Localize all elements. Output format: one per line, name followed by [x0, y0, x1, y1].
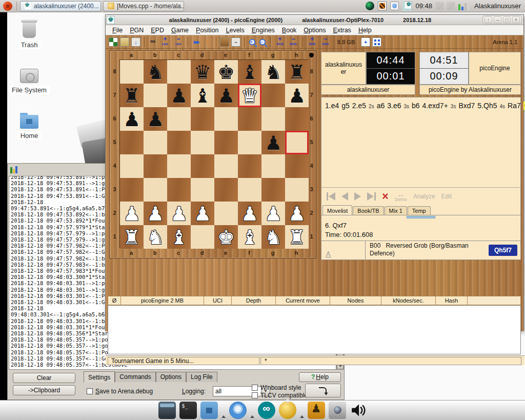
square-d6[interactable] — [191, 107, 214, 131]
square-d4[interactable] — [191, 154, 214, 178]
square-g4[interactable] — [261, 154, 285, 178]
pgn-plus-icon[interactable]: +PGN — [274, 37, 286, 47]
square-a6[interactable]: ♟ — [120, 107, 144, 131]
move-token[interactable]: g5 — [341, 102, 350, 110]
square-h1[interactable]: ♜ — [285, 225, 309, 249]
new-game-board-icon[interactable] — [109, 37, 118, 47]
square-a8[interactable] — [120, 60, 144, 84]
square-a4[interactable] — [120, 154, 144, 178]
square-f4[interactable] — [238, 154, 261, 178]
tab-log-file[interactable]: Log File — [186, 372, 217, 382]
move-token[interactable]: 2.e5 — [352, 102, 366, 110]
square-h7[interactable]: ♟ — [285, 84, 309, 107]
menu-help[interactable]: Help — [355, 27, 375, 34]
square-c1[interactable]: ♝ — [167, 225, 191, 249]
square-c8[interactable] — [167, 60, 191, 84]
move-token[interactable]: Bxd7 — [458, 102, 475, 110]
square-e8[interactable]: ♚ — [214, 60, 238, 84]
square-e4[interactable] — [214, 154, 238, 178]
tools-icon[interactable] — [231, 37, 240, 47]
pgn-minus-icon[interactable]: −PGN — [288, 37, 299, 47]
move-token[interactable]: b6 — [412, 102, 420, 110]
next-move-button[interactable] — [354, 192, 361, 201]
square-b3[interactable] — [144, 178, 167, 202]
camera-icon[interactable] — [329, 402, 346, 419]
square-c4[interactable] — [167, 154, 191, 178]
volume-icon[interactable] — [350, 402, 367, 419]
move-token[interactable]: 5.Qh5 — [477, 102, 497, 110]
go-to-start-button[interactable] — [327, 192, 335, 201]
distro-menu-icon[interactable] — [3, 2, 12, 11]
square-g2[interactable]: ♟ — [261, 202, 285, 225]
maximize-button[interactable] — [503, 16, 511, 23]
square-b6[interactable]: ♟ — [144, 107, 167, 131]
menu-epd[interactable]: EPD — [147, 27, 168, 34]
column-depth[interactable]: Depth — [232, 296, 276, 305]
square-a2[interactable]: ♟ — [120, 202, 144, 225]
menu-levels[interactable]: Levels — [223, 27, 248, 34]
position-setup-icon[interactable] — [220, 37, 229, 47]
column-nodes[interactable]: Nodes — [330, 296, 381, 305]
winboard-style-option[interactable]: Winboard style — [252, 384, 301, 391]
tournament-status-tab[interactable]: Tournament Game in 5 Minu... — [108, 357, 259, 365]
square-d8[interactable]: ♛ — [191, 60, 214, 84]
desktop-icon-home[interactable]: Home — [8, 115, 50, 140]
tab-mix1[interactable]: Mix 1 — [385, 206, 407, 215]
move-token[interactable]: 4.exd7+ — [422, 102, 448, 110]
home-folder-icon[interactable] — [200, 402, 218, 419]
previous-move-button[interactable] — [341, 192, 348, 201]
move-token[interactable]: 1.e4 — [325, 102, 339, 110]
square-b5[interactable] — [144, 131, 167, 154]
save-debug-checkbox[interactable] — [87, 388, 93, 394]
square-h4[interactable] — [285, 154, 309, 178]
audio-meter-icon[interactable] — [458, 2, 470, 10]
desktop-icon-filesystem[interactable]: File System — [8, 69, 50, 94]
menu-position[interactable]: Position — [192, 27, 222, 34]
teatime-icon[interactable] — [279, 402, 296, 419]
square-g1[interactable]: ♞ — [261, 225, 285, 249]
flip-board-icon[interactable] — [203, 37, 212, 47]
square-a1[interactable]: ♜ — [120, 225, 144, 249]
square-c2[interactable]: ♟ — [167, 202, 191, 225]
move-token[interactable]: a6 — [377, 102, 385, 110]
save-icon[interactable] — [131, 37, 140, 47]
square-d3[interactable] — [191, 178, 214, 202]
chromium-browser-icon[interactable] — [229, 402, 247, 419]
square-f1[interactable]: ♝ — [238, 225, 261, 249]
square-e3[interactable] — [214, 178, 238, 202]
column-current-move[interactable]: Current move — [276, 296, 330, 305]
menu-game[interactable]: Game — [168, 27, 192, 34]
column-uci[interactable]: UCI — [204, 296, 232, 305]
square-d2[interactable]: ♟ — [191, 202, 214, 225]
square-a7[interactable]: ♜ — [120, 84, 144, 107]
multi-board-icon[interactable] — [372, 37, 381, 47]
column-engine[interactable]: picoEngine 2 MB — [121, 296, 204, 305]
epd-minus-icon[interactable]: −EPD — [320, 37, 331, 47]
panel-clock[interactable]: 09:48 — [415, 2, 432, 10]
tlcv-checkbox[interactable] — [252, 392, 258, 398]
square-e1[interactable]: ♚ — [214, 225, 238, 249]
square-b4[interactable] — [144, 154, 167, 178]
square-c7[interactable]: ♟ — [167, 84, 191, 107]
square-f2[interactable]: ♟ — [238, 202, 261, 225]
chess-engine-icon[interactable] — [308, 402, 325, 419]
square-e6[interactable] — [214, 107, 238, 131]
tab-settings[interactable]: Settings — [84, 371, 115, 383]
square-h2[interactable]: ♟ — [285, 202, 309, 225]
square-g7[interactable] — [261, 84, 285, 107]
square-d7[interactable]: ♝ — [191, 84, 214, 107]
menu-options[interactable]: Options — [300, 27, 329, 34]
menu-pgn[interactable]: PGN — [126, 27, 147, 34]
square-h8[interactable]: ♜ — [285, 60, 309, 84]
file-manager-icon[interactable] — [158, 402, 176, 419]
square-f8[interactable]: ♝ — [238, 60, 261, 84]
blue-dot-tray-icon[interactable] — [390, 2, 399, 10]
arena-tray-icon[interactable] — [402, 2, 412, 11]
square-f7[interactable]: ♛ — [238, 84, 261, 107]
terminal-icon[interactable] — [179, 402, 197, 419]
square-c6[interactable] — [167, 107, 191, 131]
square-f3[interactable] — [238, 178, 261, 202]
go-to-end-button[interactable] — [367, 192, 376, 201]
square-c5[interactable] — [167, 131, 191, 154]
tlcv-compatible-option[interactable]: TLCV compatible — [252, 392, 308, 399]
